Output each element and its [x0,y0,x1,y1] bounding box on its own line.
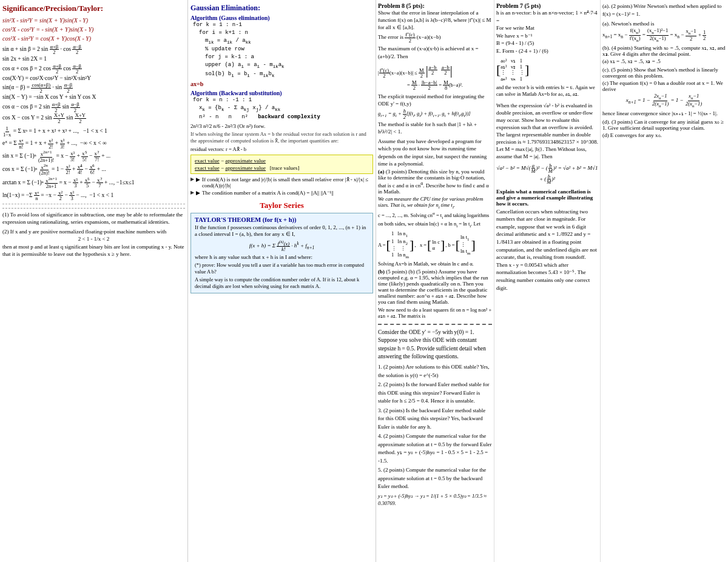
cancellation-text: Cancellation occurs when subtracting two… [496,208,598,292]
series-exp: eˣ = Σ xⁿn! = 1 + x + x²2! + x³3! + ...,… [2,138,185,149]
trig-f2: sin 2x + sin 2X = 1 [2,55,185,64]
col2-gaussian: Gaussian Elimination: Algorithm (Gauss e… [188,0,376,562]
col1-series: 11−x = Σ xⁿ = 1 + x + x² + x³ + ..., −1 … [2,126,185,201]
condition-note: If when solving the linear system Ax = b… [190,131,373,144]
hl-label1: exact value [195,158,220,164]
matrix-A: A = [ 1 ln n1 1 ln n2 ⋮ ⋮ 1 ln nm ] , x … [378,230,492,259]
double-prec-text: When the expression √a² - b² is evaluate… [496,102,598,161]
algo-line-4: % update row [205,45,373,53]
col1-trig-identities: sin²X - sin²Y = sin(X + Y)sin(X - Y) cos… [2,16,185,43]
hl-label3: exact value − approximate value [trace v… [195,165,369,171]
forward-complexity: 2n³/3 n³/2 n/6 - 2n²/3 (Or n²) forw. [190,123,373,129]
col3-container: Problem 8 (5 pts): Show that the error i… [376,0,728,562]
trig-f5: sin(α − β) = cos(α+β)2 · sin α−β2 [2,82,185,93]
back-line-1: for k = n : -1 : 1 [193,96,373,104]
series-cos: cos x = Σ (−1)ⁿ x2n(2n)! = 1 − x²2! + x⁴… [2,164,185,176]
measure-text: We can measure the CPU time for various … [378,196,492,210]
ode-q2: 2. (2 points) Is the forward Euler metho… [378,381,492,406]
highlight-label: exact value − approximate value [195,158,369,164]
newton-d: (d). (3 points) Can it converge for any … [602,119,726,131]
stable-text: The method is stable for h such that |1 … [378,121,492,135]
residual-note: residual vectors: r = Ax̃ - b [190,146,373,152]
back-line-2: xk = {bk - Σ akj xj} / akk [199,104,373,113]
trig-f6: sin(X − Y) = −sin X cos Y + sin Y cos X [2,93,185,102]
bottom-text-2: (2) If x and y are positive normalized f… [2,229,185,235]
ode-title-text: Consider the ODE y' = −5y with y(0) = 1.… [378,329,492,361]
col3a-prob8: Problem 8 (5 pts): Show that the error i… [376,0,494,562]
newton-c-text: (c) The equation f(x) = 0 has a double r… [602,80,726,92]
bullet-icon-1: ▶ [196,176,200,182]
col3b-prob7: Problem 7 (5 pts) h is an n-vector: b is… [494,0,601,562]
algo-title: Algorithm (Gauss elimination) [190,15,373,21]
ode-q5: 5. (2 points) Compute the numerical valu… [378,466,492,491]
ode-formula: y₁ = y₀ + (-5)hy₁ → y₁ = 1/(1 + 5 × 0.5)… [378,492,492,508]
vector-b-text: and the vector b is with entries bᵢ = tᵢ… [496,84,598,98]
ode-q4: 4. (2 points) Compute the numerical valu… [378,432,492,465]
taylor-theorem-desc: If the function f possesses continuous d… [195,224,369,238]
newton-e: (d) E converges for any x₀. [602,132,726,138]
inequality: 2 < 1 - 1/x < 2 [2,236,185,242]
axb-label: ax=b [190,81,373,87]
back-sub-algorithm: for k = n : -1 : 1 xk = {bk - Σ akj xj} … [193,96,373,121]
algo-line-2: for i = k+1 : n [199,29,373,37]
main-container: Significance/Precision/Taylor: sin²X - s… [0,0,728,562]
prob-b-label: (b) (5 points) (b) (5 points) Assume you… [378,269,492,305]
highlight-box: exact value − approximate value exact va… [190,155,373,174]
ode-questions: 1. (2 points) Are solutions to this ODE … [378,363,492,507]
trig-identity-3: cos²X - sin²Y = cos(X + Y)cos(X - Y) [2,34,185,43]
trig-f4: cos(X·Y) = cos²X·cos²Y − sin²X·sin²Y [2,75,185,83]
newtons-method: (a). Newton's method is xn+1 = xn − f(xn… [602,20,726,42]
taylor-formula: f(x + h) = Σ f(k)(x)k! · hk + fn+1 [195,240,369,252]
col1-significance: Significance/Precision/Taylor: sin²X - s… [0,0,188,562]
taylor-series-title: Taylor Series [190,201,373,210]
col1-title: Significance/Precision/Taylor: [2,4,185,14]
max-text: The maximum of (x-a)(x-b) is achieved at… [378,45,492,59]
prob8-title: Problem 8 (5 pts): [378,2,492,9]
back-sub-title: Algorithm (Backward substitution) [190,90,373,96]
col1-trig-formulas: sin α + sin β = 2 sin α+β2 · cos α−β2 si… [2,44,185,124]
c-value-text: c = ..., 2, ..., m. Solving cnα = ti and… [378,211,492,229]
sqrt-formula: √a² − b² = M√(aM)² − (bM)² = √a² + b² = … [496,163,598,185]
matrix-inequality: |f''(c)2(x−a)(x−b)| ≤ M2 | a−b2 a−b2 | [378,62,492,79]
ode-q3: 3. (2 points) Is the backward Euler meth… [378,407,492,432]
series-sin: sin x = Σ (−1)ⁿ x2n+1(2n+1)! = x − x³3! … [2,150,185,162]
bottom-text-1: (1) To avoid loss of significance in sub… [2,211,185,226]
trig-f3: cos α + cos β = 2 cos α+β2 cos α−β2 [2,64,185,75]
trig-f1: sin α + sin β = 2 sin α+β2 · cos α−β2 [2,44,185,55]
trig-f7: cos α − cos β = 2 sin α+β2 sin α−β2 [2,102,185,113]
bullet-cond-2: ▶ The condition number of a matrix A is … [190,190,373,196]
series-ln: ln(1−x) = −Σ xⁿn = −x − x²2 − x³3 − ...,… [2,190,185,201]
trig-f8: cos X − cos Y = 2 sin X+Y2 sin X+Y2 [2,113,185,124]
ode-section: Consider the ODE y' = −5y with y(0) = 1.… [378,324,492,507]
back-complexity: n² - n n n² backward complexity [199,113,373,121]
algo-line-1: for k = 1 : n-1 [193,21,373,29]
gauss-title: Gaussian Elimination: [190,4,373,13]
bottom-text-3: then at most p and at least q significan… [2,243,185,258]
ode-q1: 1. (2 points) Are solutions to this ODE … [378,363,492,380]
double-prec-section: When the expression √a² - b² is evaluate… [496,102,598,161]
trapezoid-text: The explicit trapezoid method for integr… [378,93,492,107]
prob-a-label: (a) (3 points) Denoting this size by n, … [378,169,492,195]
prob8-desc: Show that the error in linear interpolat… [378,9,492,31]
algo-line-upper: upper (a) ai = ai - mikak [205,61,373,70]
newton-b-values: (a) x₁ = .5, x₂ = .5, x₃ = .5 [602,58,726,64]
cancellation-title: Explain what a numerical cancellation is… [496,189,598,207]
prove-text: (*) prove: How would you tell a user if … [195,262,369,275]
gauss-algorithm: for k = 1 : n-1 for i = k+1 : n mik = ai… [193,21,373,79]
series-arctan: arctan x = Σ (−1)ⁿ x2n+12n+1 = x − x³3 +… [2,177,185,189]
prob7-text: h is an n-vector: b is an n×n-vector; 1 … [496,9,598,55]
algo-line-5: for j = k-1 : a [205,53,373,61]
hl-label2: approximate value [225,158,266,164]
error-formula: The error is f''(c)2 (x−a)(x−b) [378,32,492,43]
newton-convergence: xn+1 = 1 − 2xn−12(xn−1) = 1 − xn−12(xn−1… [602,93,726,109]
newton-b: (b). (4 points) Starting with x₀ = .5, c… [602,45,726,57]
trig-identity-2: cos²X - cos²Y = - sin(X + Y)sin(X - Y) [2,25,185,34]
prob7-matrix: [ a₀² v₁ 1 a₁² v₂ 1 ⋮ ⋮ ⋮ aₙ² vₙ 1 ] [496,58,598,82]
bullet-text-2: The condition number of a matrix A is co… [202,190,334,196]
taylor-theorem-title: TAYLOR'S THEOREM (for f(x + h)) [195,216,369,223]
bullet-cond-1: ▶ If cond(A) is not large and |r|/|b| is… [190,176,373,189]
bullet-text-1: If cond(A) is not large and |r|/|b| is s… [202,176,373,189]
algo-line-sol: sol(b) bi = bi - mikbk [205,70,373,79]
taylor-theorem-box: TAYLOR'S THEOREM (for f(x + h)) If the f… [190,213,373,293]
running-time-text: Assume that you have developed a program… [378,138,492,167]
